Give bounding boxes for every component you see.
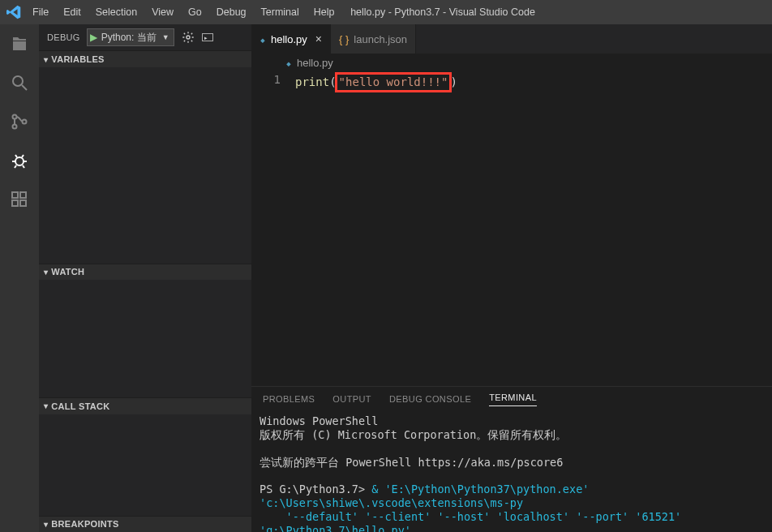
window-title: hello.py - Python3.7 - Visual Studio Cod… — [350, 6, 535, 18]
menu-go[interactable]: Go — [182, 3, 208, 21]
line-number: 1 — [251, 73, 281, 86]
svg-rect-7 — [12, 200, 18, 206]
code-string: "hello world!!!" — [339, 75, 448, 88]
tab-label: launch.json — [354, 33, 407, 45]
terminal-prompt: PS G:\Python3.7> — [259, 483, 371, 496]
activity-bar — [0, 24, 39, 532]
json-file-icon: { } — [339, 33, 349, 45]
callstack-section-header[interactable]: ▾ CALL STACK — [39, 397, 251, 414]
svg-point-3 — [13, 125, 17, 129]
svg-point-10 — [187, 36, 190, 39]
code-func: print — [295, 75, 329, 88]
chevron-down-icon: ▾ — [44, 401, 48, 410]
menu-selection[interactable]: Selection — [89, 3, 144, 21]
chevron-down-icon: ▾ — [44, 520, 48, 529]
callstack-label: CALL STACK — [51, 401, 109, 411]
breakpoints-label: BREAKPOINTS — [51, 519, 118, 529]
source-control-icon[interactable] — [8, 110, 31, 133]
menu-edit[interactable]: Edit — [57, 3, 88, 21]
svg-rect-9 — [20, 192, 26, 198]
terminal-line: Windows PowerShell — [259, 414, 378, 427]
svg-point-0 — [13, 76, 23, 86]
terminal-command: '--default' '--client' '--host' 'localho… — [259, 510, 688, 532]
variables-section-body — [39, 67, 251, 264]
debug-sidebar: DEBUG ▶ Python: 当前 ▼ ▸ ▾ VARIABLES ▾ WAT… — [39, 24, 251, 532]
menu-terminal[interactable]: Terminal — [255, 3, 306, 21]
svg-line-1 — [22, 85, 27, 90]
menu-bar: File Edit Selection View Go Debug Termin… — [26, 3, 341, 21]
title-bar: File Edit Selection View Go Debug Termin… — [0, 0, 772, 24]
svg-point-5 — [15, 157, 24, 165]
bottom-panel: PROBLEMS OUTPUT DEBUG CONSOLE TERMINAL W… — [251, 386, 772, 532]
tab-label: hello.py — [271, 33, 307, 45]
watch-label: WATCH — [51, 267, 84, 277]
code-editor[interactable]: 1 print("hello world!!!") — [251, 71, 772, 386]
variables-label: VARIABLES — [51, 54, 104, 64]
panel-tab-terminal[interactable]: TERMINAL — [489, 393, 537, 406]
gear-icon[interactable] — [181, 30, 195, 45]
variables-section-header[interactable]: ▾ VARIABLES — [39, 50, 251, 66]
python-file-icon: ⬥ — [259, 33, 266, 45]
tab-hello-py[interactable]: ⬥ hello.py × — [251, 24, 331, 54]
panel-tab-problems[interactable]: PROBLEMS — [263, 394, 315, 404]
breadcrumb[interactable]: ⬥ hello.py — [251, 54, 772, 71]
chevron-down-icon: ▾ — [44, 268, 48, 277]
breakpoints-section-header[interactable]: ▾ BREAKPOINTS — [39, 516, 251, 532]
vscode-logo-icon — [6, 5, 21, 19]
callstack-section-body — [39, 414, 251, 516]
chevron-down-icon: ▼ — [162, 33, 169, 41]
breadcrumb-label: hello.py — [297, 57, 333, 69]
svg-rect-8 — [20, 200, 26, 206]
panel-tabs: PROBLEMS OUTPUT DEBUG CONSOLE TERMINAL — [251, 387, 772, 411]
panel-tab-debugconsole[interactable]: DEBUG CONSOLE — [389, 394, 471, 404]
svg-point-4 — [23, 120, 27, 124]
debug-start-button[interactable]: ▶ Python: 当前 ▼ — [87, 28, 174, 46]
debug-config-label: Python: 当前 — [101, 31, 157, 45]
code-paren-close: ) — [450, 75, 457, 88]
highlight-box: "hello world!!!" — [335, 72, 452, 92]
watch-section-body — [39, 280, 251, 397]
extensions-icon[interactable] — [8, 188, 31, 211]
search-icon[interactable] — [8, 71, 31, 94]
debug-icon[interactable] — [8, 149, 31, 172]
menu-debug[interactable]: Debug — [210, 3, 253, 21]
watch-section-header[interactable]: ▾ WATCH — [39, 264, 251, 280]
code-line-1[interactable]: print("hello world!!!") — [295, 73, 457, 386]
editor-tabs: ⬥ hello.py × { } launch.json — [251, 24, 772, 54]
chevron-down-icon: ▾ — [44, 55, 48, 64]
debug-title-label: DEBUG — [47, 32, 80, 42]
menu-file[interactable]: File — [26, 3, 55, 21]
panel-tab-output[interactable]: OUTPUT — [332, 394, 371, 404]
line-number-gutter: 1 — [251, 73, 295, 386]
svg-point-2 — [13, 115, 17, 119]
python-file-icon: ⬥ — [285, 57, 292, 69]
svg-rect-6 — [12, 192, 18, 198]
tab-launch-json[interactable]: { } launch.json — [331, 24, 416, 54]
menu-help[interactable]: Help — [307, 3, 341, 21]
close-icon[interactable]: × — [315, 32, 322, 45]
terminal-line: 版权所有 (C) Microsoft Corporation。保留所有权利。 — [259, 428, 567, 441]
debug-header: DEBUG ▶ Python: 当前 ▼ ▸ — [39, 24, 251, 50]
play-icon: ▶ — [90, 32, 97, 43]
explorer-icon[interactable] — [8, 32, 31, 55]
terminal-line: 尝试新的跨平台 PowerShell https://aka.ms/pscore… — [259, 456, 563, 469]
terminal[interactable]: Windows PowerShell 版权所有 (C) Microsoft Co… — [251, 411, 772, 532]
menu-view[interactable]: View — [145, 3, 180, 21]
debug-console-icon[interactable]: ▸ — [202, 33, 213, 41]
